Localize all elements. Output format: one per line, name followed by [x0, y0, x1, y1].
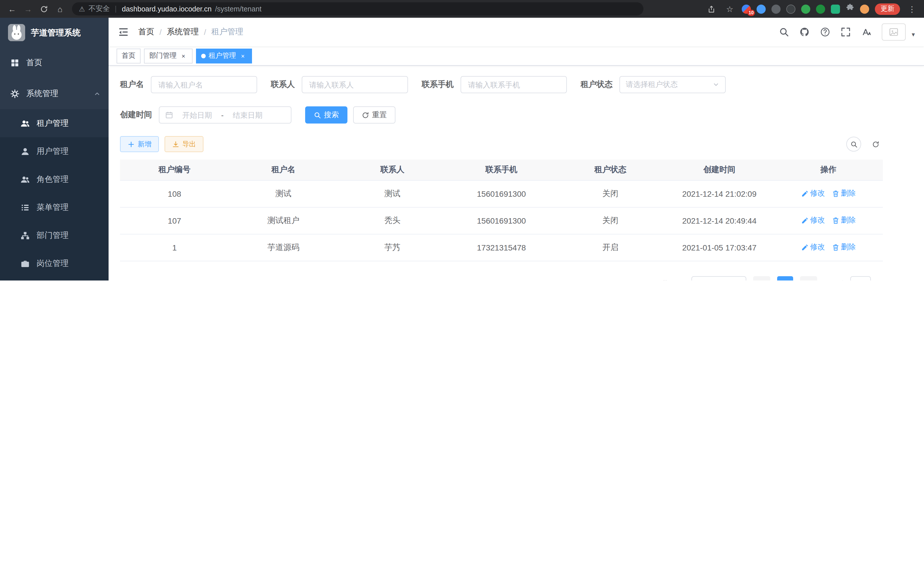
sidebar-item-dict[interactable]: 字典管理: [0, 277, 109, 281]
page-size-select[interactable]: 10条/页: [692, 276, 746, 281]
back-icon[interactable]: ←: [6, 3, 18, 15]
cell-name: 芋道源码: [229, 234, 338, 261]
contact-input[interactable]: [302, 76, 408, 93]
col-tenant-name: 租户名: [229, 159, 338, 180]
phone-input[interactable]: [460, 76, 567, 93]
date-range-picker[interactable]: -: [159, 106, 291, 123]
extension-icon[interactable]: [831, 4, 840, 14]
refresh-table-button[interactable]: [868, 137, 883, 152]
breadcrumb-system[interactable]: 系统管理: [167, 27, 199, 37]
sidebar-item-post[interactable]: 岗位管理: [0, 249, 109, 277]
app-logo[interactable]: 芋道管理系统: [0, 18, 109, 47]
search-button[interactable]: 搜索: [305, 106, 347, 123]
sidebar-item-dept[interactable]: 部门管理: [0, 221, 109, 249]
tab-dept[interactable]: 部门管理×: [144, 48, 193, 63]
cell-contact: 秃头: [338, 207, 447, 234]
address-bar[interactable]: ⚠ 不安全 dashboard.yudao.iocoder.cn/system/…: [72, 2, 644, 15]
cell-created: 2021-12-14 21:02:09: [665, 180, 774, 207]
delete-link[interactable]: 删除: [832, 188, 856, 199]
browser-profile-avatar[interactable]: [860, 4, 869, 14]
status-select[interactable]: 请选择租户状态: [620, 76, 726, 93]
reset-button[interactable]: 重置: [353, 106, 395, 123]
start-date-input[interactable]: [177, 111, 218, 119]
extension-icon[interactable]: [801, 4, 810, 14]
fullscreen-icon[interactable]: [841, 27, 851, 37]
github-icon[interactable]: [800, 27, 810, 37]
cell-status: 关闭: [556, 207, 665, 234]
prev-page-button[interactable]: ‹: [753, 276, 770, 281]
current-page-button[interactable]: 1: [777, 276, 793, 281]
export-button[interactable]: 导出: [165, 136, 203, 152]
tenant-name-input[interactable]: [151, 76, 257, 93]
reload-icon[interactable]: [38, 3, 50, 15]
tab-label: 部门管理: [149, 51, 177, 61]
sidebar-item-home[interactable]: 首页: [0, 47, 109, 78]
show-search-toggle-button[interactable]: [846, 137, 861, 152]
help-icon[interactable]: [820, 27, 831, 37]
browser-home-icon[interactable]: ⌂: [54, 3, 66, 15]
cell-contact: 测试: [338, 180, 447, 207]
trash-icon: [832, 190, 839, 197]
font-size-icon[interactable]: [861, 27, 872, 37]
extension-icon[interactable]: [816, 4, 825, 14]
calendar-icon: [165, 111, 173, 119]
menu-list-icon: [21, 203, 30, 212]
sidebar-item-label: 部门管理: [37, 230, 69, 241]
sidebar-item-system[interactable]: 系统管理: [0, 78, 109, 109]
sidebar-item-menu[interactable]: 菜单管理: [0, 193, 109, 221]
bookmark-star-icon[interactable]: ☆: [723, 3, 736, 15]
sidebar-item-role[interactable]: 角色管理: [0, 165, 109, 193]
sidebar-toggle-icon[interactable]: [118, 26, 129, 38]
pagination: 共 3 条 10条/页 ‹ 1 › 前往 页: [120, 276, 883, 281]
share-icon[interactable]: [705, 3, 718, 15]
edit-link[interactable]: 修改: [801, 215, 825, 226]
trash-icon: [832, 244, 839, 251]
extension-icon[interactable]: [757, 4, 766, 14]
divider: [116, 5, 116, 12]
forward-icon[interactable]: →: [22, 3, 34, 15]
user-avatar[interactable]: [882, 23, 906, 41]
tags-view-bar: 首页 部门管理× 租户管理×: [109, 46, 924, 66]
sidebar-item-user[interactable]: 用户管理: [0, 137, 109, 165]
app-window: ← → ⌂ ⚠ 不安全 dashboard.yudao.iocoder.cn/s…: [0, 0, 924, 281]
url-path: /system/tenant: [215, 5, 262, 13]
breadcrumb-separator: /: [159, 27, 162, 37]
table-row: 1 芋道源码 芋艿 17321315478 开启 2021-01-05 17:0…: [120, 234, 883, 261]
add-button[interactable]: 新增: [120, 136, 159, 152]
date-separator: -: [221, 111, 224, 119]
browser-update-button[interactable]: 更新: [875, 3, 900, 15]
page-unit-label: 页: [875, 279, 883, 281]
sidebar: 芋道管理系统 首页 系统管理 租户管理 用户管理 角色管理 菜单管理 部门管理 …: [0, 18, 109, 281]
plus-icon: [128, 140, 135, 148]
refresh-icon: [872, 140, 879, 148]
avatar-caret-down-icon[interactable]: ▾: [912, 31, 915, 41]
cell-status: 关闭: [556, 180, 665, 207]
header-search-icon[interactable]: [779, 27, 789, 37]
delete-link[interactable]: 删除: [832, 242, 856, 253]
goto-page-input[interactable]: [850, 276, 871, 281]
briefcase-icon: [21, 259, 30, 268]
delete-link[interactable]: 删除: [832, 215, 856, 226]
tab-tenant[interactable]: 租户管理×: [196, 48, 252, 63]
breadcrumb-separator: /: [204, 27, 206, 37]
extensions-puzzle-icon[interactable]: [846, 3, 854, 14]
cell-contact: 芋艿: [338, 234, 447, 261]
edit-icon: [801, 217, 808, 224]
extension-icon[interactable]: [786, 4, 795, 14]
close-icon[interactable]: ×: [179, 52, 188, 60]
extension-icon[interactable]: [771, 4, 781, 14]
extension-icon[interactable]: 10: [742, 4, 751, 14]
next-page-button[interactable]: ›: [800, 276, 817, 281]
refresh-icon: [362, 111, 369, 119]
close-icon[interactable]: ×: [239, 52, 247, 60]
end-date-input[interactable]: [227, 111, 268, 119]
sidebar-item-tenant[interactable]: 租户管理: [0, 109, 109, 137]
breadcrumb: 首页 / 系统管理 / 租户管理: [138, 27, 243, 37]
tab-home[interactable]: 首页: [117, 48, 141, 63]
breadcrumb-home[interactable]: 首页: [138, 27, 154, 37]
edit-link[interactable]: 修改: [801, 242, 825, 253]
top-navbar: 首页 / 系统管理 / 租户管理 ▾: [109, 18, 924, 46]
edit-link[interactable]: 修改: [801, 188, 825, 199]
browser-menu-dots-icon[interactable]: ⋮: [906, 3, 918, 15]
active-dot: [201, 53, 206, 58]
